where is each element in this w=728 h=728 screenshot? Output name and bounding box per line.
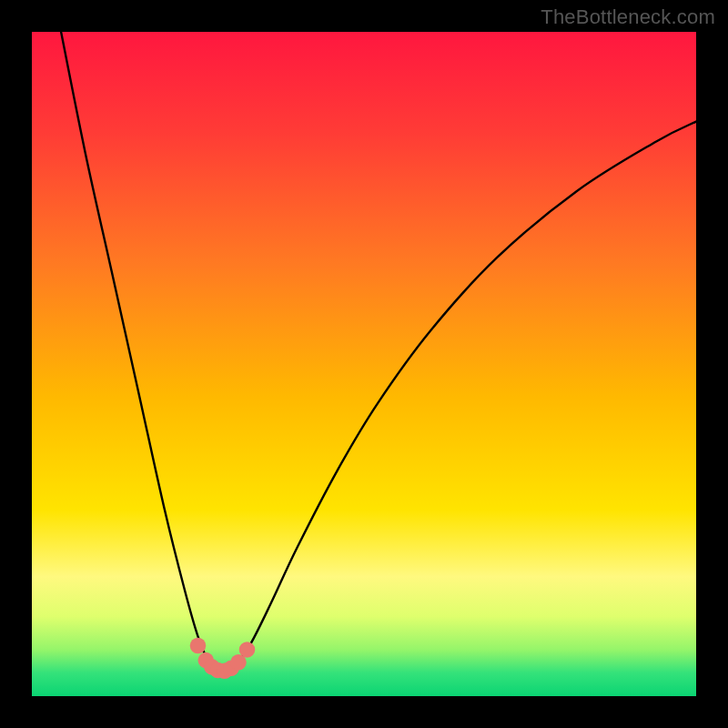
- watermark-text: TheBottleneck.com: [541, 5, 715, 29]
- chart-frame: TheBottleneck.com: [0, 0, 728, 728]
- plot-area: [32, 32, 696, 696]
- optimum-marker: [239, 642, 256, 658]
- optimum-marker: [190, 638, 207, 654]
- plot-svg: [32, 32, 696, 696]
